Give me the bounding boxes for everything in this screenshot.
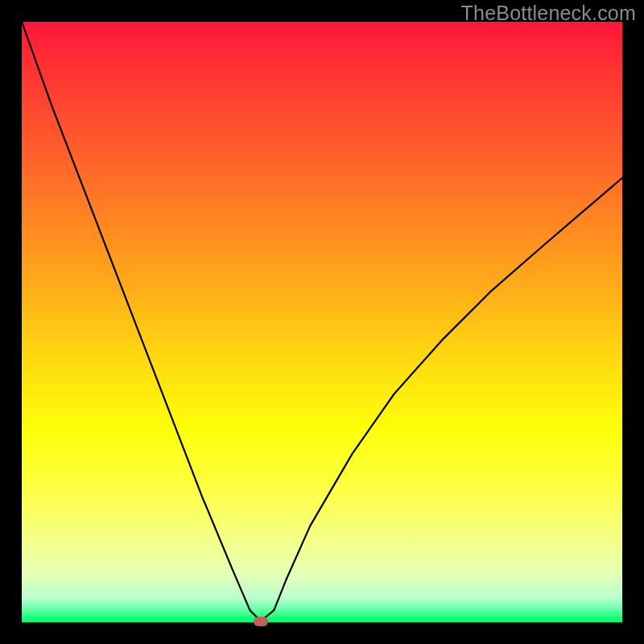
plot-area <box>22 22 622 622</box>
chart-frame: TheBottleneck.com <box>0 0 644 644</box>
bottleneck-curve <box>22 22 622 622</box>
optimum-marker <box>254 617 268 626</box>
watermark-text: TheBottleneck.com <box>461 2 636 25</box>
